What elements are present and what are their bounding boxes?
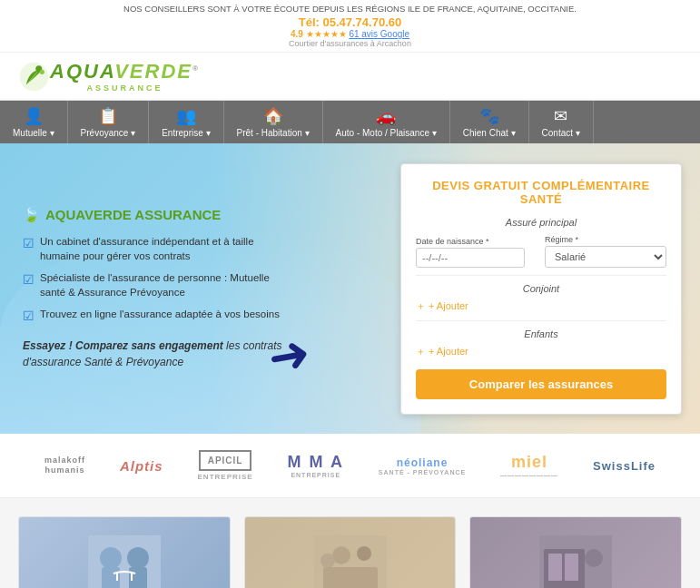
svg-point-5 — [127, 547, 149, 569]
article-card-3: Artisans, Commerçants, Professions libér… — [469, 516, 682, 588]
nav-label-chienchat: Chien Chat ▾ — [463, 128, 516, 138]
svg-point-10 — [357, 546, 371, 561]
nav-item-prevoyance[interactable]: 📋 Prévoyance ▾ — [68, 101, 150, 143]
check-icon-2: ☑ — [23, 271, 35, 289]
regime-select[interactable]: Salarié Indépendant Étudiant Retraité — [545, 246, 666, 268]
hero-point-3: ☑ Trouvez en ligne l'assurance adaptée à… — [23, 307, 286, 326]
contact-icon: ✉ — [554, 106, 567, 126]
article-card-1: Changer ou mettre en place une mutuelle … — [18, 516, 231, 588]
header: AQUAVERDE® ASSURANCE — [0, 53, 700, 101]
article-card-2: Palmarès des meilleures complémentaires … — [244, 516, 457, 588]
hero-left-panel: 🍃 AQUAVERDE ASSURANCE ☑ Un cabinet d'ass… — [0, 189, 309, 389]
nav-item-pret[interactable]: 🏠 Prêt - Habitation ▾ — [224, 101, 323, 143]
review-count[interactable]: 61 avis Google — [349, 29, 409, 39]
logo-brand: AQUAVERDE® — [50, 60, 200, 83]
svg-point-4 — [100, 547, 122, 569]
nav-item-contact[interactable]: ✉ Contact ▾ — [529, 101, 594, 143]
check-icon-3: ☑ — [23, 308, 35, 326]
prevoyance-icon: 📋 — [98, 106, 118, 126]
hero-cta: Essayez ! Comparez sans engagement les c… — [23, 338, 286, 370]
partner-swisslife: SwissLife — [593, 459, 656, 473]
divider-1 — [416, 275, 666, 276]
nav-label-pret: Prêt - Habitation ▾ — [237, 128, 310, 138]
hero-section: 🍃 AQUAVERDE ASSURANCE ☑ Un cabinet d'ass… — [0, 143, 700, 434]
nav-item-auto[interactable]: 🚗 Auto - Moto / Plaisance ▾ — [323, 101, 450, 143]
dob-label: Date de naissance * — [416, 237, 537, 246]
section-conjoint-label: Conjoint — [416, 283, 666, 294]
broker-info: Courtier d'assurances à Arcachon — [9, 39, 691, 48]
plus-icon-enfants: ＋ — [416, 345, 426, 358]
partner-apicil: APICIL ENTREPRISE — [198, 450, 253, 481]
nav-label-mutuelle: Mutuelle ▾ — [13, 128, 54, 138]
logo-sub: ASSURANCE — [86, 83, 163, 93]
svg-point-14 — [585, 549, 603, 567]
nav-label-prevoyance: Prévoyance ▾ — [81, 128, 136, 138]
nav-item-mutuelle[interactable]: 👤 Mutuelle ▾ — [0, 101, 68, 143]
svg-rect-12 — [323, 567, 378, 588]
check-icon-1: ☑ — [23, 235, 35, 253]
notice-text: NOS CONSEILLERS SONT À VOTRE ÉCOUTE DEPU… — [9, 4, 691, 14]
section-enfants-label: Enfants — [416, 328, 666, 339]
svg-point-2 — [40, 69, 44, 74]
article-1-image — [19, 517, 230, 588]
svg-point-11 — [320, 554, 335, 568]
hero-point-2: ☑ Spécialiste de l'assurance de personne… — [23, 270, 286, 299]
plus-icon-conjoint: ＋ — [416, 299, 426, 313]
logo-area[interactable]: AQUAVERDE® ASSURANCE — [18, 60, 200, 93]
svg-rect-3 — [88, 535, 161, 588]
hero-title: 🍃 AQUAVERDE ASSURANCE — [23, 207, 286, 223]
star-rating: 4.9 — [291, 29, 303, 39]
nav-label-entreprise: Entreprise ▾ — [162, 128, 210, 138]
pret-icon: 🏠 — [263, 106, 283, 126]
main-nav: 👤 Mutuelle ▾ 📋 Prévoyance ▾ 👥 Entreprise… — [0, 101, 700, 143]
dob-group: Date de naissance * — [416, 237, 537, 268]
regime-group: Régime * Salarié Indépendant Étudiant Re… — [545, 235, 666, 268]
partner-miel: miel ———————— — [500, 453, 558, 478]
partners-bar: malakoffhumanis Alptis APICIL ENTREPRISE… — [0, 434, 700, 498]
nav-item-chienchat[interactable]: 🐾 Chien Chat ▾ — [450, 101, 529, 143]
article-3-image — [470, 517, 681, 588]
partner-alptis: Alptis — [120, 458, 163, 474]
svg-point-9 — [332, 546, 350, 564]
article-2-image — [245, 517, 456, 588]
chienchat-icon: 🐾 — [479, 106, 499, 126]
phone-number: Tél: 05.47.74.70.60 — [299, 15, 401, 29]
add-conjoint-link[interactable]: ＋ + Ajouter — [416, 299, 666, 313]
form-section-main: Assuré principal — [416, 217, 666, 228]
top-bar: NOS CONSEILLERS SONT À VOTRE ÉCOUTE DEPU… — [0, 0, 700, 53]
partner-malakoff: malakoffhumanis — [44, 456, 85, 475]
hero-leaf-icon: 🍃 — [23, 207, 40, 223]
hero-points: ☑ Un cabinet d'assurance indépendant et … — [23, 234, 286, 326]
auto-icon: 🚗 — [376, 106, 396, 126]
divider-2 — [416, 320, 666, 321]
mutuelle-icon: 👤 — [24, 106, 44, 126]
form-title: Devis Gratuit Complémentaire Santé — [416, 179, 666, 206]
add-enfants-link[interactable]: ＋ + Ajouter — [416, 345, 666, 358]
nav-label-contact: Contact ▾ — [542, 128, 580, 138]
quote-form: Devis Gratuit Complémentaire Santé Assur… — [400, 163, 682, 415]
logo-leaf-icon — [18, 61, 50, 93]
partner-mma: M M A ENTREPRISE — [288, 453, 344, 478]
regime-label: Régime * — [545, 235, 666, 244]
stars-icon: ★★★★★ — [306, 29, 350, 39]
svg-rect-17 — [565, 554, 578, 581]
partner-neoliane: néoliane SANTÉ - PRÉVOYANCE — [379, 456, 466, 475]
articles-section: Changer ou mettre en place une mutuelle … — [0, 498, 700, 588]
nav-item-entreprise[interactable]: 👥 Entreprise ▾ — [149, 101, 223, 143]
form-row-main: Date de naissance * Régime * Salarié Ind… — [416, 235, 666, 268]
svg-rect-16 — [548, 554, 562, 581]
dob-input[interactable] — [416, 248, 525, 268]
compare-button[interactable]: Comparer les assurances — [416, 369, 666, 399]
hero-point-1: ☑ Un cabinet d'assurance indépendant et … — [23, 234, 286, 263]
entreprise-icon: 👥 — [176, 106, 196, 126]
nav-label-auto: Auto - Moto / Plaisance ▾ — [336, 128, 437, 138]
